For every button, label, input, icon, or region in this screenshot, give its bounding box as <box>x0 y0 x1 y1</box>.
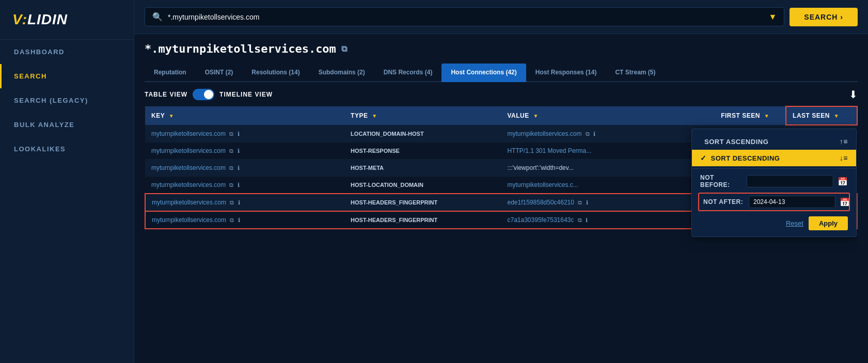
sort-ascending-option[interactable]: Sort Ascending ↑≡ <box>692 133 856 150</box>
key-sort-icon[interactable]: ▼ <box>169 113 174 119</box>
not-after-field: Not After: 📅 <box>701 195 847 209</box>
search-icon: 🔍 <box>152 12 163 22</box>
cell-value: c7a1a30395fe7531643c ⧉ ℹ <box>501 211 715 229</box>
sidebar: V:LIDIN DASHBOARD SEARCH SEARCH (LEGACY)… <box>0 0 134 363</box>
col-header-last-seen[interactable]: Last Seen ▼ Sort Ascending ↑≡ ✓ <box>786 106 857 125</box>
not-after-input[interactable] <box>749 196 835 208</box>
tab-dns[interactable]: DNS Records (4) <box>374 64 442 82</box>
value-sort-icon[interactable]: ▼ <box>533 113 539 119</box>
view-toggle-bar: TABLE VIEW TIMELINE VIEW ⬇ <box>145 88 858 101</box>
tabs: Reputation OSINT (2) Resolutions (14) Su… <box>145 64 858 82</box>
info-value-icon[interactable]: ℹ <box>586 199 588 206</box>
copy-icon[interactable]: ⧉ <box>341 44 347 54</box>
key-link[interactable]: myturnpiketollservices.com <box>152 216 226 224</box>
info-inline-icon[interactable]: ℹ <box>238 131 240 137</box>
logo-text: V:LIDIN <box>12 11 121 28</box>
not-before-field: Not Before: 📅 <box>692 171 856 192</box>
download-icon[interactable]: ⬇ <box>849 88 858 101</box>
col-header-value[interactable]: Value ▼ <box>501 106 715 125</box>
cell-value: HTTP/1.1 301 Moved Perma... <box>501 143 715 160</box>
value-link[interactable]: myturnpiketollservices.c... <box>507 181 578 188</box>
sidebar-item-search[interactable]: SEARCH <box>0 64 134 88</box>
cell-value: ede1f159858d50c46210 ⧉ ℹ <box>501 194 715 211</box>
filter-icon[interactable]: ▼ <box>768 12 777 22</box>
key-link[interactable]: myturnpiketollservices.com <box>152 199 226 206</box>
col-header-key[interactable]: Key ▼ <box>145 106 344 125</box>
copy-inline-icon[interactable]: ⧉ <box>229 148 233 154</box>
main-content: 🔍 ▼ SEARCH › *.myturnpiketollservices.co… <box>134 0 868 363</box>
copy-value-icon[interactable]: ⧉ <box>586 131 590 137</box>
key-link[interactable]: myturnpiketollservices.com <box>151 147 226 154</box>
copy-value-icon[interactable]: ⧉ <box>578 199 582 206</box>
info-value-icon[interactable]: ℹ <box>586 217 588 223</box>
cell-key: myturnpiketollservices.com ⧉ ℹ <box>145 177 344 194</box>
cell-type: LOCATION_DOMAIN-HOST <box>344 125 501 143</box>
value-link[interactable]: c7a1a30395fe7531643c <box>507 216 574 224</box>
cell-value: :::'viewport':'width=dev... <box>501 160 715 177</box>
page-content: *.myturnpiketollservices.com ⧉ Reputatio… <box>134 34 868 363</box>
key-link[interactable]: myturnpiketollservices.com <box>151 181 226 188</box>
key-link[interactable]: myturnpiketollservices.com <box>151 130 226 137</box>
tab-host-connections[interactable]: Host Connections (42) <box>441 64 526 82</box>
view-toggle-switch[interactable] <box>193 89 214 100</box>
value-link[interactable]: HTTP/1.1 301 Moved Perma... <box>507 147 591 154</box>
value-link[interactable]: ede1f159858d50c46210 <box>507 199 574 206</box>
copy-inline-icon[interactable]: ⧉ <box>229 165 233 171</box>
last-sort-icon[interactable]: ▼ <box>834 113 839 119</box>
tab-subdomains[interactable]: Subdomains (2) <box>309 64 374 82</box>
data-table: Key ▼ Type ▼ Value ▼ First Seen <box>145 106 858 229</box>
not-before-calendar-icon[interactable]: 📅 <box>838 177 848 186</box>
value-link[interactable]: myturnpiketollservices.com <box>507 130 581 137</box>
sort-popup: Sort Ascending ↑≡ ✓ Sort Descending ↓≡ <box>691 129 857 237</box>
info-value-icon[interactable]: ℹ <box>593 131 595 137</box>
copy-inline-icon[interactable]: ⧉ <box>229 131 233 137</box>
reset-button[interactable]: Reset <box>786 216 803 230</box>
cell-key: myturnpiketollservices.com ⧉ ℹ <box>145 194 344 211</box>
logo: V:LIDIN <box>0 0 134 40</box>
copy-value-icon[interactable]: ⧉ <box>578 217 582 223</box>
first-sort-icon[interactable]: ▼ <box>764 113 769 119</box>
col-header-type[interactable]: Type ▼ <box>344 106 501 125</box>
col-header-first-seen[interactable]: First Seen ▼ <box>715 106 786 125</box>
info-inline-icon[interactable]: ℹ <box>238 165 240 171</box>
cell-value: myturnpiketollservices.com ⧉ ℹ <box>501 125 715 143</box>
sidebar-item-dashboard[interactable]: DASHBOARD <box>0 40 134 64</box>
view-toggle-left: TABLE VIEW TIMELINE VIEW <box>145 89 273 100</box>
cell-type: HOST-RESPONSE <box>344 143 501 160</box>
page-title-text: *.myturnpiketollservices.com <box>145 42 336 55</box>
cell-key: myturnpiketollservices.com ⧉ ℹ <box>145 143 344 160</box>
tab-reputation[interactable]: Reputation <box>145 64 196 82</box>
type-sort-icon[interactable]: ▼ <box>372 113 377 119</box>
search-bar: 🔍 ▼ SEARCH › <box>134 0 868 34</box>
info-inline-icon[interactable]: ℹ <box>238 199 240 206</box>
sidebar-item-lookalikes[interactable]: LOOKALIKES <box>0 137 134 161</box>
popup-divider <box>692 168 856 169</box>
tab-resolutions[interactable]: Resolutions (14) <box>242 64 309 82</box>
search-button[interactable]: SEARCH › <box>790 8 858 26</box>
key-link[interactable]: myturnpiketollservices.com <box>151 164 226 171</box>
search-input[interactable] <box>168 13 763 21</box>
tab-osint[interactable]: OSINT (2) <box>196 64 243 82</box>
data-table-wrap: Key ▼ Type ▼ Value ▼ First Seen <box>145 106 858 355</box>
timeline-view-label: TIMELINE VIEW <box>219 91 273 98</box>
not-before-input[interactable] <box>747 175 833 187</box>
sort-descending-option[interactable]: ✓ Sort Descending ↓≡ <box>692 150 856 166</box>
info-inline-icon[interactable]: ℹ <box>238 182 240 188</box>
apply-button[interactable]: Apply <box>809 216 848 230</box>
copy-inline-icon[interactable]: ⧉ <box>230 199 234 206</box>
info-inline-icon[interactable]: ℹ <box>238 148 240 154</box>
tab-ct-stream[interactable]: CT Stream (5) <box>606 64 665 82</box>
sidebar-item-search-legacy[interactable]: SEARCH (LEGACY) <box>0 88 134 113</box>
copy-inline-icon[interactable]: ⧉ <box>229 182 233 188</box>
not-after-calendar-icon[interactable]: 📅 <box>840 197 850 207</box>
sidebar-item-bulk-analyze[interactable]: BULK ANALYZE <box>0 113 134 137</box>
not-after-highlight: Not After: 📅 <box>698 193 850 211</box>
cell-type: HOST-META <box>344 160 501 177</box>
tab-host-responses[interactable]: Host Responses (14) <box>526 64 606 82</box>
info-inline-icon[interactable]: ℹ <box>238 217 240 223</box>
cell-key: myturnpiketollservices.com ⧉ ℹ <box>145 160 344 177</box>
copy-inline-icon[interactable]: ⧉ <box>230 217 234 223</box>
table-view-label: TABLE VIEW <box>145 91 187 98</box>
page-title: *.myturnpiketollservices.com ⧉ <box>145 42 858 55</box>
cell-type: HOST-HEADERS_FINGERPRINT <box>344 194 501 211</box>
